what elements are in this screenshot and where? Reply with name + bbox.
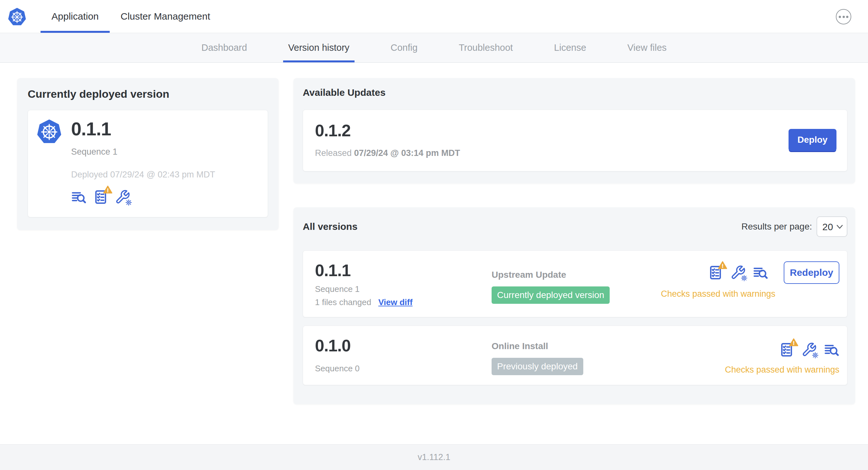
available-updates-title: Available Updates [303,87,847,98]
deploy-logs-icon[interactable] [71,189,87,205]
deploy-button[interactable]: Deploy [788,129,836,151]
deployed-version-card: 0.1.1 Sequence 1 Deployed 07/29/24 @ 02:… [28,110,268,217]
tab-license[interactable]: License [549,33,591,62]
tab-dashboard[interactable]: Dashboard [196,33,252,62]
version-row-0-1-0: 0.1.0 Sequence 0 Online Install Previous… [303,326,847,385]
row-version-number: 0.1.0 [315,337,492,355]
config-icon[interactable] [730,265,746,280]
checks-status-text: Checks passed with warnings [725,365,839,375]
view-diff-link[interactable]: View diff [378,297,412,307]
tab-troubleshoot[interactable]: Troubleshoot [454,33,518,62]
nav-tab-application[interactable]: Application [40,0,110,33]
version-source-label: Online Install [492,341,725,351]
config-icon[interactable] [801,342,817,358]
row-sequence-label: Sequence 1 [315,284,492,294]
gear-icon [125,199,132,206]
results-per-page-label: Results per page: [742,222,812,232]
ellipsis-icon [839,16,841,18]
update-row: 0.1.2 Released 07/29/24 @ 03:14 pm MDT D… [303,110,847,171]
gear-icon [741,274,748,281]
row-sequence-label: Sequence 0 [315,364,492,374]
deploy-logs-icon[interactable] [753,265,768,280]
deploy-logs-icon[interactable] [824,342,839,358]
nav-tab-cluster-management[interactable]: Cluster Management [110,0,221,33]
console-version-label: v1.112.1 [417,452,451,462]
files-changed-label: 1 files changed [315,297,371,307]
app-kubernetes-icon [37,119,61,144]
checks-status-text: Checks passed with warnings [661,289,775,299]
deployed-timestamp: Deployed 07/29/24 @ 02:43 pm MDT [71,170,215,180]
status-badge-currently-deployed: Currently deployed version [492,287,610,304]
row-version-number: 0.1.1 [315,261,492,280]
preflight-checks-warning-icon[interactable] [779,342,794,358]
results-per-page-select[interactable]: 20 [816,216,847,237]
update-released-line: Released 07/29/24 @ 03:14 pm MDT [315,148,460,158]
update-released-timestamp: 07/29/24 @ 03:14 pm MDT [354,148,460,158]
currently-deployed-title: Currently deployed version [28,88,268,100]
deployed-sequence-label: Sequence 1 [71,147,215,157]
tab-version-history[interactable]: Version history [283,33,354,62]
top-header: Application Cluster Management [0,0,868,33]
warning-triangle-icon [789,338,799,347]
footer: v1.112.1 [0,444,868,470]
warning-triangle-icon [718,261,727,270]
warning-triangle-icon [103,185,113,194]
available-updates-card: Available Updates 0.1.2 Released 07/29/2… [293,78,855,183]
kubernetes-logo-icon [8,8,26,26]
gear-icon [812,352,819,359]
app-subnav: Dashboard Version history Config Trouble… [0,33,868,63]
all-versions-title: All versions [303,221,358,232]
primary-nav: Application Cluster Management [40,0,221,33]
all-versions-card: All versions Results per page: 20 [293,207,855,404]
config-icon[interactable] [115,189,130,205]
update-version-number: 0.1.2 [315,122,460,140]
version-row-0-1-1: 0.1.1 Sequence 1 1 files changed View di… [303,250,847,317]
deployed-version-number: 0.1.1 [71,119,215,139]
currently-deployed-card: Currently deployed version 0.1.1 Sequenc… [17,78,279,230]
preflight-checks-warning-icon[interactable] [93,189,108,205]
status-badge-previously-deployed: Previously deployed [492,358,583,375]
preflight-checks-warning-icon[interactable] [708,265,723,280]
more-options-button[interactable] [836,9,851,25]
tab-view-files[interactable]: View files [622,33,672,62]
version-source-label: Upstream Update [492,270,661,280]
tab-config[interactable]: Config [385,33,423,62]
redeploy-button[interactable]: Redeploy [784,261,839,284]
main-content: Currently deployed version 0.1.1 Sequenc… [0,63,868,444]
